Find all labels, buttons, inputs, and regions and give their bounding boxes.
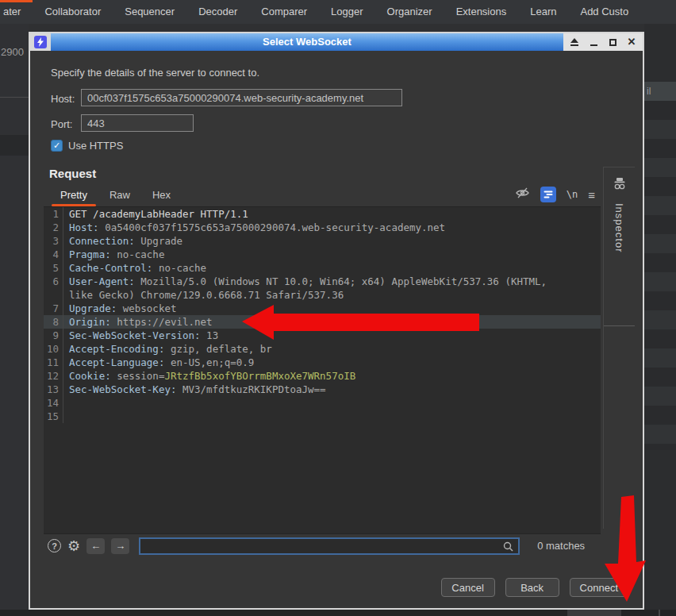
search-toolbar: ? ⚙ ← → 0 matches (44, 533, 601, 557)
eject-bar (570, 44, 578, 46)
header-value: gzip, deflate, br (164, 343, 271, 355)
request-line[interactable]: 13Sec-WebSocket-Key: MV3/mfdtkuzRKIKPDto… (44, 383, 601, 396)
newline-icon[interactable]: \n (567, 189, 578, 200)
dialog-buttons: Cancel Back Connect (441, 578, 628, 597)
select-websocket-dialog: Select WebSocket ✕ Specify the details o… (29, 32, 644, 610)
shade-window-icon[interactable] (570, 37, 579, 48)
line-number: 4 (44, 248, 63, 261)
line-text: GET /academyLabHeader HTTP/1.1 (63, 207, 248, 221)
background-bottom-strip (0, 610, 676, 616)
header-value: session= (111, 370, 165, 382)
eject-triangle (570, 38, 578, 43)
request-line[interactable]: 15 (44, 410, 601, 423)
tab-raw[interactable]: Raw (98, 186, 141, 206)
menu-item-collaborator[interactable]: Collaborator (33, 0, 113, 24)
line-number: 15 (44, 410, 63, 423)
header-name: Pragma: (69, 248, 111, 260)
line-text: Origin: https://evil.net (63, 315, 213, 329)
request-line[interactable]: 11Accept-Language: en-US,en;q=0.9 (44, 356, 601, 369)
dialog-content: Specify the details of the server to con… (30, 51, 643, 608)
request-editor[interactable]: 1GET /academyLabHeader HTTP/1.12Host: 0a… (44, 206, 601, 533)
cancel-button[interactable]: Cancel (441, 578, 495, 597)
next-match-button[interactable]: → (111, 538, 129, 554)
back-button[interactable]: Back (505, 578, 559, 597)
request-line[interactable]: 3Connection: Upgrade (44, 234, 601, 248)
inspector-icon (613, 177, 627, 194)
line-number: 10 (44, 342, 63, 356)
line-number: 1 (44, 207, 63, 221)
line-text: Connection: Upgrade (63, 234, 182, 248)
origin-annotation-arrow (221, 303, 490, 345)
header-name: Cache-Control: (69, 262, 152, 274)
divider (659, 610, 660, 616)
close-icon[interactable]: ✕ (627, 37, 636, 48)
prettify-icon[interactable] (540, 187, 556, 202)
request-panel-title: Request (49, 167, 96, 180)
background-selected-row: il (644, 82, 676, 101)
hide-icon[interactable] (515, 187, 530, 202)
search-input[interactable] (140, 540, 518, 552)
header-value: 13 (201, 329, 219, 341)
header-value: Upgrade (135, 235, 182, 247)
help-icon[interactable]: ? (48, 539, 61, 552)
menu-item-add-custo[interactable]: Add Custo (568, 0, 640, 24)
request-line[interactable]: 2Host: 0a5400cf037f1575c653a75000290074.… (44, 221, 601, 234)
line-text (63, 410, 69, 423)
search-icon (502, 541, 514, 556)
line-text: Upgrade: websocket (63, 302, 176, 315)
menu-item-learn[interactable]: Learn (518, 0, 568, 24)
port-input[interactable] (81, 114, 194, 132)
header-name: Upgrade: (69, 302, 117, 314)
menu-item-extensions[interactable]: Extensions (444, 0, 519, 24)
minimize-icon[interactable] (589, 37, 598, 48)
menu-item-decoder[interactable]: Decoder (186, 0, 249, 24)
menu-item-sequencer[interactable]: Sequencer (113, 0, 186, 24)
header-value: MV3/mfdtkuzRKIKPDtoaJw== (176, 383, 325, 395)
hamburger-menu-icon[interactable]: ≡ (588, 188, 595, 202)
request-line[interactable]: 6User-Agent: Mozilla/5.0 (Windows NT 10.… (44, 275, 601, 288)
line-text: like Gecko) Chrome/129.0.6668.71 Safari/… (63, 288, 344, 302)
use-https-row[interactable]: ✓ Use HTTPS (51, 140, 123, 152)
checkbox-checked-icon[interactable]: ✓ (51, 140, 63, 152)
line-number: 12 (44, 369, 63, 383)
line-number: 13 (44, 383, 63, 396)
menu-item-logger[interactable]: Logger (319, 0, 374, 24)
dialog-titlebar[interactable]: Select WebSocket ✕ (30, 33, 643, 51)
cookie-value: JRtzfBb5xofYBOrrmBMxoXe7WRn57oIB (164, 370, 355, 382)
request-line[interactable]: like Gecko) Chrome/129.0.6668.71 Safari/… (44, 288, 601, 302)
line-text: Sec-WebSocket-Version: 13 (63, 329, 218, 342)
app-icon-wrap (30, 33, 51, 51)
burp-lightning-icon (34, 36, 47, 48)
request-panel: Request Pretty Raw Hex (44, 162, 601, 559)
line-number: 7 (44, 302, 63, 315)
tab-hex[interactable]: Hex (141, 186, 182, 206)
prev-match-button[interactable]: ← (86, 538, 105, 554)
match-count: 0 matches (537, 540, 585, 552)
tab-pretty[interactable]: Pretty (49, 186, 98, 206)
gear-icon[interactable]: ⚙ (67, 539, 80, 553)
request-line[interactable]: 1GET /academyLabHeader HTTP/1.1 (44, 207, 601, 221)
line-number: 8 (44, 315, 63, 329)
header-value: Mozilla/5.0 (Windows NT 10.0; Win64; x64… (135, 275, 547, 287)
request-view-tabs: Pretty Raw Hex (49, 186, 182, 206)
inspector-tab[interactable]: Inspector (604, 167, 635, 326)
request-line[interactable]: 12Cookie: session=JRtzfBb5xofYBOrrmBMxoX… (44, 369, 601, 383)
request-line[interactable]: 4Pragma: no-cache (44, 248, 601, 261)
host-input[interactable] (81, 89, 402, 106)
menu-item-comparer[interactable]: Comparer (249, 0, 319, 24)
request-line[interactable]: 5Cache-Control: no-cache (44, 261, 601, 275)
menu-item-organizer[interactable]: Organizer (375, 0, 444, 24)
maximize-icon[interactable] (608, 37, 617, 48)
line-number: 6 (44, 275, 63, 288)
header-value: like Gecko) Chrome/129.0.6668.71 Safari/… (69, 289, 344, 301)
menu-item-ater[interactable]: ater (0, 0, 33, 24)
inspector-label: Inspector (613, 203, 625, 252)
request-line[interactable]: 14 (44, 396, 601, 410)
divider (0, 97, 29, 98)
port-label: Port: (51, 118, 72, 130)
window-controls: ✕ (563, 33, 643, 51)
dialog-description: Specify the details of the server to con… (51, 67, 259, 79)
line-number (44, 288, 63, 302)
menubar: aterCollaboratorSequencerDecoderComparer… (0, 0, 676, 24)
line-text: Pragma: no-cache (63, 248, 164, 261)
